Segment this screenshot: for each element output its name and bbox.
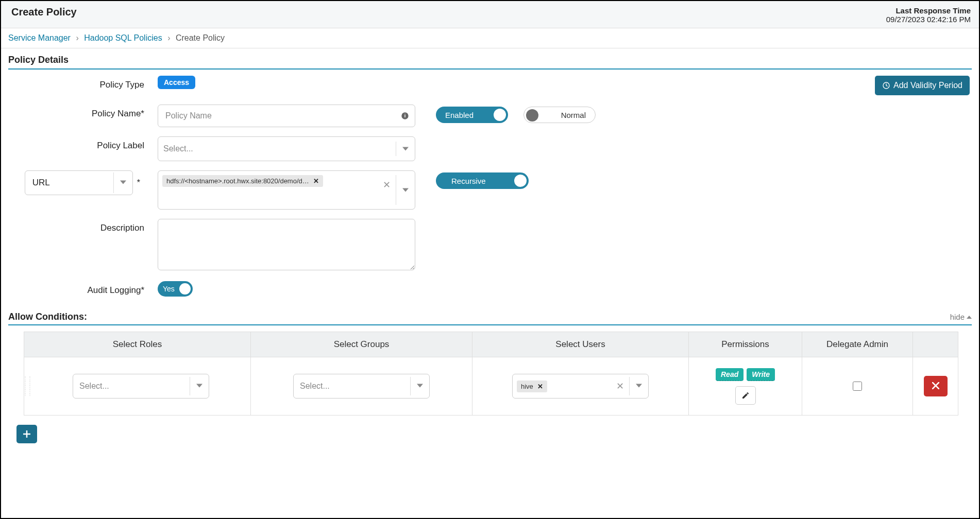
breadcrumb-current: Create Policy bbox=[176, 33, 225, 42]
col-header-permissions: Permissions bbox=[689, 332, 802, 357]
delete-row-button[interactable] bbox=[924, 376, 948, 396]
roles-select[interactable]: Select... bbox=[73, 374, 209, 399]
hide-section-link[interactable]: hide bbox=[950, 313, 972, 321]
recursive-toggle-label: Recursive bbox=[451, 177, 486, 185]
groups-placeholder: Select... bbox=[300, 382, 410, 391]
enabled-toggle[interactable]: Enabled bbox=[436, 107, 508, 123]
clear-all-icon[interactable]: ✕ bbox=[611, 376, 629, 396]
drag-handle[interactable]: ⋮⋮⋮⋮⋮⋮⋮⋮⋮⋮ bbox=[24, 357, 31, 415]
plus-icon bbox=[23, 430, 30, 438]
resource-type-select[interactable]: URL bbox=[25, 170, 133, 195]
url-multiselect[interactable]: hdfs://<hostname>.root.hwx.site:8020/dem… bbox=[158, 170, 415, 210]
col-header-groups: Select Groups bbox=[251, 332, 472, 357]
chevron-up-icon bbox=[967, 315, 972, 319]
policy-type-label: Policy Type bbox=[8, 76, 158, 90]
recursive-toggle[interactable]: Recursive bbox=[436, 172, 529, 189]
policy-name-label: Policy Name* bbox=[8, 105, 158, 119]
edit-permissions-button[interactable] bbox=[735, 386, 756, 405]
last-response-label: Last Response Time bbox=[886, 6, 971, 15]
users-select[interactable]: hive ✕ ✕ bbox=[512, 374, 649, 399]
last-response-time: 09/27/2023 02:42:16 PM bbox=[886, 15, 971, 24]
breadcrumb-service-manager[interactable]: Service Manager bbox=[8, 33, 71, 42]
description-textarea[interactable] bbox=[158, 219, 415, 270]
policy-type-badge: Access bbox=[158, 76, 195, 89]
resource-type-value: URL bbox=[32, 178, 50, 188]
chevron-right-icon: › bbox=[167, 33, 170, 42]
col-header-delegate: Delegate Admin bbox=[802, 332, 913, 357]
policy-details-form: Policy Type Access Add Validity Period P… bbox=[1, 76, 979, 298]
url-tag-chip: hdfs://<hostname>.root.hwx.site:8020/dem… bbox=[162, 175, 323, 187]
pencil-icon bbox=[741, 391, 750, 400]
close-icon bbox=[932, 382, 939, 389]
delegate-admin-checkbox[interactable] bbox=[853, 382, 862, 391]
header-bar: Create Policy Last Response Time 09/27/2… bbox=[1, 1, 979, 28]
table-header: Select Roles Select Groups Select Users … bbox=[24, 332, 958, 357]
clock-icon bbox=[882, 81, 890, 90]
user-tag-chip: hive ✕ bbox=[517, 380, 547, 392]
clear-all-icon[interactable]: ✕ bbox=[378, 175, 396, 205]
last-response-block: Last Response Time 09/27/2023 02:42:16 P… bbox=[886, 6, 971, 24]
url-tag-text: hdfs://<hostname>.root.hwx.site:8020/dem… bbox=[166, 177, 309, 185]
audit-logging-label: Audit Logging* bbox=[8, 281, 158, 296]
section-divider bbox=[8, 324, 972, 325]
svg-text:i: i bbox=[404, 113, 406, 118]
col-header-roles: Select Roles bbox=[24, 332, 251, 357]
toggle-knob bbox=[179, 283, 191, 295]
add-condition-button[interactable] bbox=[16, 425, 37, 443]
remove-tag-icon[interactable]: ✕ bbox=[537, 383, 543, 390]
page-title: Create Policy bbox=[11, 6, 77, 18]
toggle-knob bbox=[494, 109, 506, 121]
permission-read: Read bbox=[716, 368, 744, 381]
policy-label-placeholder: Select... bbox=[163, 144, 396, 153]
user-tag-text: hive bbox=[521, 383, 533, 390]
chevron-down-icon bbox=[629, 377, 648, 395]
roles-placeholder: Select... bbox=[79, 382, 190, 391]
info-icon[interactable]: i bbox=[401, 112, 409, 120]
allow-conditions-table: Select Roles Select Groups Select Users … bbox=[24, 332, 958, 416]
normal-toggle-label: Normal bbox=[561, 111, 586, 119]
section-divider bbox=[8, 68, 972, 70]
table-row: ⋮⋮⋮⋮⋮⋮⋮⋮⋮⋮ Select... Select... hive ✕ ✕ bbox=[24, 357, 958, 415]
allow-conditions-title: Allow Conditions: bbox=[8, 312, 87, 322]
chevron-down-icon bbox=[396, 142, 415, 156]
breadcrumb: Service Manager › Hadoop SQL Policies › … bbox=[1, 28, 979, 48]
col-header-users: Select Users bbox=[472, 332, 689, 357]
enabled-toggle-label: Enabled bbox=[445, 111, 474, 119]
groups-select[interactable]: Select... bbox=[293, 374, 430, 399]
toggle-knob bbox=[526, 109, 538, 122]
chevron-right-icon: › bbox=[76, 33, 78, 42]
chevron-down-icon bbox=[190, 377, 209, 395]
normal-toggle[interactable]: Normal bbox=[523, 107, 596, 123]
hide-label: hide bbox=[950, 313, 965, 321]
toggle-knob bbox=[514, 175, 527, 187]
chevron-down-icon bbox=[113, 172, 132, 193]
permission-badges: Read Write bbox=[716, 368, 775, 381]
policy-label-select[interactable]: Select... bbox=[158, 136, 415, 161]
policy-name-input[interactable] bbox=[158, 105, 415, 127]
audit-toggle-label: Yes bbox=[163, 285, 175, 293]
chevron-down-icon bbox=[396, 175, 415, 205]
remove-tag-icon[interactable]: ✕ bbox=[313, 177, 319, 185]
policy-details-title: Policy Details bbox=[1, 48, 979, 68]
chevron-down-icon bbox=[410, 377, 429, 395]
description-label: Description bbox=[8, 219, 158, 233]
permission-write: Write bbox=[747, 368, 775, 381]
validity-button-label: Add Validity Period bbox=[893, 81, 962, 90]
breadcrumb-hadoop-policies[interactable]: Hadoop SQL Policies bbox=[84, 33, 162, 42]
audit-logging-toggle[interactable]: Yes bbox=[158, 281, 193, 297]
required-asterisk: * bbox=[137, 178, 140, 187]
policy-label-label: Policy Label bbox=[8, 136, 158, 151]
add-validity-period-button[interactable]: Add Validity Period bbox=[875, 76, 970, 95]
